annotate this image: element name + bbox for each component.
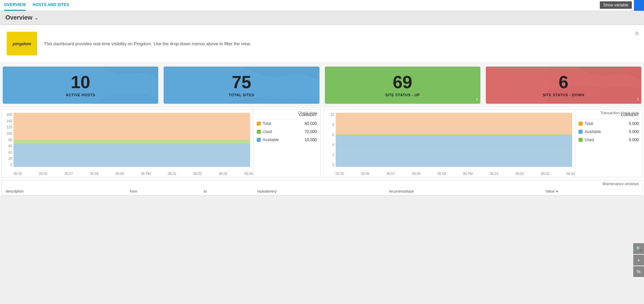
top-navigation: OVERVIEW HOSTS AND SITES Show variable — [0, 0, 644, 11]
col-header-description: description — [2, 187, 126, 196]
transaction-legend-value-total: 5.000 — [629, 121, 639, 126]
transaction-check-slots-chart-area: 10 8 6 4 2 0 — [324, 109, 575, 177]
info-icon-down: ℹ — [637, 97, 639, 102]
check-slots-legend: CURRENT Total 80.000 Used 70.000 Availab… — [253, 109, 320, 177]
transaction-legend-item-used: Used 0.000 — [579, 137, 639, 142]
transaction-legend-color-available — [579, 130, 583, 134]
transaction-legend-item-total: Total 5.000 — [579, 121, 639, 126]
col-header-repeatevery: repeatevery — [253, 187, 385, 196]
stats-row: 10 ACTIVE HOSTS 75 TOTAL SITES 69 SITE S… — [0, 62, 644, 108]
svg-rect-20 — [336, 135, 572, 167]
transaction-legend-color-total — [579, 122, 583, 126]
stat-card-site-status-up: 69 SITE STATUS - UP ℹ — [325, 67, 480, 104]
col-header-from: from — [126, 187, 200, 196]
legend-color-available — [257, 138, 261, 142]
check-slots-chart-area: 160 140 120 100 80 60 40 20 0 — [2, 109, 253, 177]
transaction-legend-color-used — [579, 138, 583, 142]
transaction-check-slots-panel: Transaction check slots 10 8 6 4 2 0 — [324, 109, 643, 177]
show-variable-button[interactable]: Show variable — [600, 1, 632, 9]
transaction-legend-label-total: Total — [585, 121, 627, 126]
check-slots-chart-container: 160 140 120 100 80 60 40 20 0 — [2, 109, 320, 177]
transaction-legend-value-used: 0.000 — [629, 137, 639, 142]
legend-value-available: 10.000 — [305, 137, 317, 142]
stat-card-site-status-down: 6 SITE STATUS - DOWN ℹ — [486, 67, 641, 104]
nav-tab-overview[interactable]: OVERVIEW — [4, 0, 26, 11]
nav-tab-hosts-sites[interactable]: HOSTS AND SITES — [32, 0, 69, 11]
stat-card-total-sites: 75 TOTAL SITES — [164, 67, 319, 104]
svg-rect-11 — [13, 144, 250, 167]
transaction-x-axis: 05:55 05:56 05:57 05:58 05:59 06 PM 06:0… — [336, 172, 575, 176]
info-icon-up: ℹ — [476, 97, 478, 102]
legend-label-total: Total — [263, 121, 303, 126]
dashboard-header: pingdom This dashboard provides real-tim… — [0, 25, 644, 62]
col-header-to: to — [200, 187, 253, 196]
pingdom-logo-text: pingdom — [13, 41, 31, 46]
check-slots-panel: Check slots 160 140 120 100 80 60 40 20 … — [1, 109, 321, 177]
transaction-legend-label-available: Available — [585, 129, 627, 134]
legend-label-used: Used — [263, 129, 303, 134]
legend-item-total: Total 80.000 — [257, 121, 317, 126]
main-content: pingdom This dashboard provides real-tim… — [0, 25, 644, 196]
transaction-legend-value-available: 5.000 — [629, 129, 639, 134]
transaction-legend-item-available: Available 5.000 — [579, 129, 639, 134]
page-title: Overview — [5, 14, 32, 21]
legend-color-total — [257, 122, 261, 126]
page-title-bar: Overview ⌄ — [0, 11, 644, 25]
legend-value-used: 70.000 — [305, 129, 317, 134]
transaction-y-axis: 10 8 6 4 2 0 — [324, 113, 336, 167]
check-slots-title: Check slots — [298, 111, 317, 115]
check-slots-x-axis: 05:55 05:56 05:57 05:58 05:59 06 PM 06:0… — [13, 172, 253, 176]
maintenance-windows-section: Maintenance windows description from to … — [1, 180, 643, 196]
top-right-decoration — [634, 0, 644, 11]
stat-card-active-hosts: 10 ACTIVE HOSTS — [3, 67, 158, 104]
legend-label-available: Available — [263, 137, 303, 142]
charts-section: Check slots 160 140 120 100 80 60 40 20 … — [0, 108, 644, 179]
legend-item-used: Used 70.000 — [257, 129, 317, 134]
svg-rect-9 — [13, 113, 250, 140]
svg-rect-10 — [13, 140, 250, 144]
chevron-down-icon[interactable]: ⌄ — [34, 15, 38, 21]
legend-color-used — [257, 130, 261, 134]
maintenance-table: description from to repeatevery recurren… — [2, 187, 642, 196]
site-status-up-label: SITE STATUS - UP — [385, 93, 420, 97]
maintenance-windows-title: Maintenance windows — [603, 182, 639, 186]
transaction-check-slots-title: Transaction check slots — [600, 111, 639, 115]
col-header-recurrencetype: recurrencetype — [385, 187, 541, 196]
check-slots-svg — [13, 113, 250, 167]
external-link-icon[interactable]: ⧉ — [635, 30, 639, 36]
transaction-legend: CURRENT Total 5.000 Available 5.000 Used — [575, 109, 642, 177]
legend-item-available: Available 10.000 — [257, 137, 317, 142]
check-slots-y-axis: 160 140 120 100 80 60 40 20 0 — [2, 113, 13, 167]
legend-value-total: 80.000 — [305, 121, 317, 126]
col-header-value[interactable]: Value — [541, 187, 642, 196]
svg-rect-18 — [336, 113, 572, 134]
transaction-legend-label-used: Used — [585, 137, 627, 142]
dashboard-description: This dashboard provides real-time visibi… — [44, 41, 251, 46]
transaction-svg — [336, 113, 572, 167]
site-status-up-number: 69 — [393, 73, 412, 91]
svg-rect-19 — [336, 134, 572, 135]
maintenance-table-header-row: description from to repeatevery recurren… — [2, 187, 642, 196]
pingdom-logo: pingdom — [7, 32, 37, 55]
transaction-check-slots-chart-container: 10 8 6 4 2 0 — [324, 109, 643, 177]
